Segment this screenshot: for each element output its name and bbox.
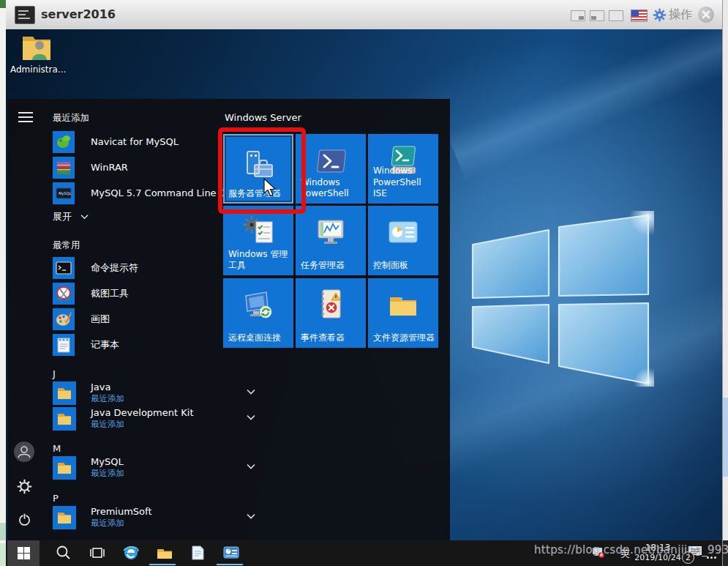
folder-subtitle: 最近添加 <box>91 419 124 430</box>
chevron-down-icon[interactable] <box>247 513 255 519</box>
alpha-letter-m[interactable]: M <box>53 443 61 454</box>
tile-label: Windows PowerShell ISE <box>373 165 435 200</box>
chevron-down-icon[interactable] <box>247 389 255 395</box>
expand-label: 展开 <box>53 211 72 222</box>
host-desktop-left-sliver <box>0 0 6 566</box>
gear-icon[interactable] <box>653 8 667 22</box>
menu-item-winrar[interactable]: WinRAR <box>53 157 236 179</box>
desktop-icon-label: Administra... <box>10 64 63 75</box>
menu-item-command-prompt[interactable]: 命令提示符 <box>53 257 236 279</box>
folder-title: PremiumSoft <box>91 506 152 517</box>
keyboard-layout-icon[interactable] <box>631 10 648 22</box>
windows-logo-wallpaper <box>467 211 654 387</box>
tile-windows-powershell[interactable]: Windows PowerShell <box>296 134 366 204</box>
mysql-cli-icon: MySQL <box>53 182 75 204</box>
admin-tools-icon <box>241 215 275 247</box>
running-indicator <box>217 564 243 565</box>
menu-folder-mysql[interactable]: MySQL 最近添加 <box>53 456 221 481</box>
host-desktop-right-sliver <box>722 0 728 566</box>
powershell-icon <box>314 147 348 176</box>
folder-title: Java Development Kit <box>91 407 193 418</box>
tile-label: 文件资源管理器 <box>373 332 435 344</box>
tile-windows-powershell-ise[interactable]: Windows PowerShell ISE <box>368 134 438 204</box>
menu-item-navicat[interactable]: Navicat for MySQL <box>53 131 236 153</box>
folder-icon <box>53 506 76 529</box>
console-view-button-3[interactable] <box>609 10 623 21</box>
menu-item-label: Navicat for MySQL <box>91 131 179 153</box>
recent-added-header: 最近添加 <box>53 112 89 124</box>
menu-folder-premiumsoft[interactable]: PremiumSoft 最近添加 <box>53 506 221 531</box>
menu-item-label: 命令提示符 <box>91 257 138 279</box>
tile-admin-tools[interactable]: Windows 管理工具 <box>223 206 293 275</box>
tile-label: 事件查看器 <box>301 332 362 344</box>
close-icon[interactable] <box>698 7 714 23</box>
internet-explorer-icon[interactable] <box>122 544 140 562</box>
screen: server2016 操作 <box>0 0 728 566</box>
server-manager-taskbar-icon[interactable] <box>222 544 240 562</box>
running-indicator <box>149 564 176 565</box>
vm-desktop[interactable]: Administra... <box>6 29 722 540</box>
host-fragment <box>0 543 6 566</box>
window-title: server2016 <box>41 0 116 29</box>
menu-item-label: 记事本 <box>91 334 119 356</box>
expand-toggle[interactable]: 展开 <box>53 210 89 223</box>
console-view-button-2[interactable] <box>590 10 604 21</box>
chevron-down-icon[interactable] <box>247 463 255 469</box>
folder-icon <box>53 456 76 480</box>
menu-item-notepad[interactable]: 记事本 <box>53 334 236 356</box>
event-viewer-icon <box>314 287 348 321</box>
alpha-letter-j[interactable]: J <box>53 368 56 379</box>
vm-console-window: server2016 操作 <box>6 0 723 566</box>
winrar-icon <box>53 157 75 179</box>
search-icon[interactable] <box>55 544 72 562</box>
console-view-button-1[interactable] <box>571 10 585 21</box>
folder-icon <box>53 381 76 405</box>
menu-item-mysql-cli[interactable]: MySQL MySQL 5.7 Command Line Client <box>53 182 236 204</box>
menu-item-label: 截图工具 <box>91 283 129 305</box>
alpha-letter-p[interactable]: P <box>53 493 59 504</box>
tile-control-panel[interactable]: 控制面板 <box>368 206 438 275</box>
snipping-tool-icon <box>53 283 75 305</box>
chevron-down-icon[interactable] <box>247 414 255 420</box>
task-view-icon[interactable] <box>89 544 106 562</box>
most-used-header: 最常用 <box>53 239 80 252</box>
folder-subtitle: 最近添加 <box>91 468 124 479</box>
folder-subtitle: 最近添加 <box>91 518 124 529</box>
remote-desktop-icon <box>241 288 275 321</box>
host-fragment <box>722 398 728 477</box>
mouse-cursor <box>263 178 279 198</box>
menu-item-snipping-tool[interactable]: 截图工具 <box>53 283 236 305</box>
actions-menu-button[interactable]: 操作 <box>669 0 692 29</box>
tile-file-explorer[interactable]: 文件资源管理器 <box>368 278 438 348</box>
user-avatar[interactable] <box>14 442 34 462</box>
tile-label: Windows 管理工具 <box>228 249 290 272</box>
host-fragment <box>0 0 6 8</box>
power-icon[interactable] <box>17 512 32 527</box>
csdn-watermark: https://blog.csdn.net/banjiing_993 <box>534 543 728 556</box>
menu-folder-jdk[interactable]: Java Development Kit 最近添加 <box>53 407 221 432</box>
tile-remote-desktop[interactable]: 远程桌面连接 <box>223 278 293 348</box>
start-button[interactable] <box>7 540 40 566</box>
desktop-icon-administrator[interactable]: Administra... <box>10 32 63 86</box>
user-folder-icon <box>20 32 53 63</box>
hamburger-menu-icon[interactable] <box>18 112 33 122</box>
tile-label: Windows PowerShell <box>301 177 362 200</box>
tile-label: 任务管理器 <box>301 260 362 272</box>
settings-gear-icon[interactable] <box>17 479 32 494</box>
tile-task-manager[interactable]: 任务管理器 <box>296 206 366 275</box>
svg-text:MySQL: MySQL <box>59 191 71 196</box>
folder-subtitle: 最近添加 <box>91 393 124 404</box>
menu-folder-java[interactable]: Java 最近添加 <box>53 381 221 406</box>
notepad-icon <box>53 334 75 356</box>
highlight-annotation-box <box>218 127 306 214</box>
tile-event-viewer[interactable]: 事件查看器 <box>296 278 366 348</box>
vm-console-titlebar[interactable]: server2016 操作 <box>6 0 722 30</box>
folder-title: Java <box>91 381 110 392</box>
file-explorer-taskbar-icon[interactable] <box>156 544 173 562</box>
navicat-icon <box>53 131 75 153</box>
menu-item-paint[interactable]: 画图 <box>53 308 236 330</box>
tile-label: 控制面板 <box>373 260 435 272</box>
folder-title: MySQL <box>91 456 124 467</box>
tile-label: 远程桌面连接 <box>228 332 290 344</box>
notepad-taskbar-icon[interactable] <box>189 544 206 562</box>
